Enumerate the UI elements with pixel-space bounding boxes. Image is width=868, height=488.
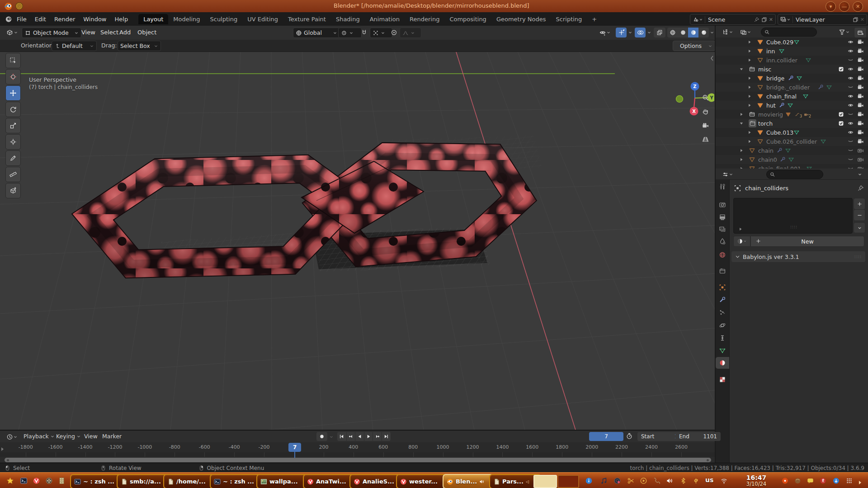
outliner-item-label[interactable]: Cube.029 xyxy=(766,39,793,46)
properties-tab-constraints[interactable] xyxy=(716,332,729,344)
properties-tab-texture[interactable] xyxy=(716,374,729,385)
outliner-item-label[interactable]: Cube.013 xyxy=(766,129,793,136)
render-camera-icon[interactable] xyxy=(857,156,864,163)
workspace-tab-shading[interactable]: Shading xyxy=(331,14,365,24)
outliner-row[interactable]: bridge._collider xyxy=(716,83,868,92)
expand-icon[interactable] xyxy=(747,58,752,62)
tray-music[interactable] xyxy=(599,477,608,485)
outliner-item-label[interactable]: movierig xyxy=(758,111,783,118)
render-camera-icon[interactable] xyxy=(857,147,864,154)
timeline-menu-marker[interactable]: Marker xyxy=(102,433,122,440)
render-camera-icon[interactable] xyxy=(857,129,864,136)
outliner-item-label[interactable]: chain xyxy=(758,147,774,154)
outliner-display-mode[interactable] xyxy=(719,27,736,37)
record-button[interactable] xyxy=(316,432,327,441)
autokey-dropdown[interactable] xyxy=(328,432,335,442)
launcher-favorites[interactable] xyxy=(5,475,15,486)
tray-updates[interactable] xyxy=(832,477,840,485)
properties-tab-particles[interactable] xyxy=(716,307,729,319)
expand-icon[interactable] xyxy=(747,49,752,53)
expand-icon[interactable] xyxy=(739,121,744,126)
outliner-filter-button[interactable] xyxy=(836,27,852,37)
playhead[interactable]: 7 xyxy=(288,443,301,452)
workspace-tab-geometry-nodes[interactable]: Geometry Nodes xyxy=(491,14,551,24)
collection-checkbox[interactable] xyxy=(838,120,844,127)
properties-tab-object[interactable] xyxy=(716,282,729,293)
timeline-editor-type[interactable] xyxy=(4,432,20,442)
properties-tab-scene[interactable] xyxy=(716,235,729,247)
timeline-track[interactable] xyxy=(0,452,715,457)
scene-selector[interactable]: Scene ✕ xyxy=(690,14,776,25)
expand-icon[interactable] xyxy=(747,85,752,89)
outliner-item-label[interactable]: misc xyxy=(758,66,771,73)
visibility-dropdown[interactable] xyxy=(596,28,614,38)
taskbar-window-blen-[interactable]: Blen... xyxy=(443,474,495,488)
hide-eye-icon[interactable] xyxy=(847,111,854,118)
add-workspace-button[interactable]: + xyxy=(587,14,602,24)
render-camera-icon[interactable] xyxy=(857,111,864,118)
workspace-tab-layout[interactable]: Layout xyxy=(138,14,168,24)
outliner-row[interactable]: Cube.013 xyxy=(716,128,868,137)
expand-icon[interactable] xyxy=(747,139,752,144)
play-button[interactable] xyxy=(364,432,373,441)
outliner-row[interactable]: bridge xyxy=(716,74,868,83)
window-minimize-button[interactable]: ― xyxy=(839,1,849,12)
render-camera-icon[interactable] xyxy=(857,93,864,100)
window-close-button[interactable]: ✕ xyxy=(853,1,863,12)
properties-options-dropdown[interactable] xyxy=(855,169,865,179)
current-frame-field[interactable]: 7 xyxy=(589,432,623,441)
taskbar-window-wester-[interactable]: wester... xyxy=(396,474,448,488)
properties-tab-output[interactable] xyxy=(716,211,729,223)
tray-player[interactable] xyxy=(639,477,647,485)
render-camera-icon[interactable] xyxy=(857,66,864,73)
timeline-collapse-icon[interactable] xyxy=(0,445,5,454)
outliner-row[interactable]: hut xyxy=(716,101,868,110)
play-reverse-button[interactable] xyxy=(355,432,364,441)
menu-help[interactable]: Help xyxy=(111,14,132,24)
properties-tab-collection[interactable] xyxy=(716,265,729,277)
taskbar-window--zsh-[interactable]: ~ : zsh ... xyxy=(70,474,122,488)
expand-icon[interactable] xyxy=(747,40,752,44)
tray-volume[interactable] xyxy=(665,477,674,485)
hide-eye-icon[interactable] xyxy=(847,47,854,55)
pager-desktop-2[interactable] xyxy=(557,475,579,488)
proportional-edit-button[interactable] xyxy=(389,28,399,38)
menu-render[interactable]: Render xyxy=(50,14,79,24)
outliner-row[interactable]: chain0 xyxy=(716,155,868,164)
expand-icon[interactable] xyxy=(739,112,744,117)
properties-tab-view-layer[interactable] xyxy=(716,224,729,235)
viewport-canvas[interactable] xyxy=(0,52,715,430)
outliner-item-label[interactable]: bridge xyxy=(766,75,784,82)
hide-eye-icon[interactable] xyxy=(847,66,854,73)
xray-toggle[interactable] xyxy=(654,28,665,38)
jump-to-start-button[interactable] xyxy=(337,432,346,441)
tool-rotate[interactable] xyxy=(5,102,21,117)
hide-eye-icon[interactable] xyxy=(847,93,854,100)
zoom-button[interactable] xyxy=(700,92,711,103)
tool-select-box[interactable] xyxy=(5,53,21,68)
overlays-toggle[interactable] xyxy=(635,28,646,38)
launcher-media[interactable] xyxy=(43,475,54,486)
slot-expand-icon[interactable] xyxy=(738,225,743,233)
taskbar-window--zsh-[interactable]: ~ : zsh ... xyxy=(210,474,262,488)
properties-tab-world[interactable] xyxy=(716,249,729,261)
viewport-menu-select[interactable]: Select xyxy=(100,29,118,36)
hide-eye-icon[interactable] xyxy=(847,75,854,82)
drag-dropdown[interactable]: Select Box xyxy=(118,41,161,51)
tray-clipboard[interactable] xyxy=(627,477,635,485)
pivot-point-dropdown[interactable] xyxy=(338,28,362,38)
outliner-row[interactable]: inn.collider xyxy=(716,56,868,65)
timeline-menu-keying[interactable]: Keying xyxy=(56,433,81,440)
properties-tab-object-data[interactable] xyxy=(716,345,729,357)
properties-editor-type[interactable] xyxy=(719,169,736,179)
window-menu-button[interactable]: ▾ xyxy=(826,1,836,12)
shading-wireframe-button[interactable] xyxy=(667,28,678,38)
tray-info[interactable] xyxy=(585,477,593,485)
tool-transform[interactable] xyxy=(5,134,21,150)
hide-eye-icon[interactable] xyxy=(847,56,854,64)
camera-view-button[interactable] xyxy=(700,120,711,131)
tool-cursor[interactable] xyxy=(5,69,21,84)
outliner-item-label[interactable]: inn.collider xyxy=(766,57,797,64)
options-button[interactable]: Options xyxy=(673,41,715,51)
render-camera-icon[interactable] xyxy=(857,47,864,55)
